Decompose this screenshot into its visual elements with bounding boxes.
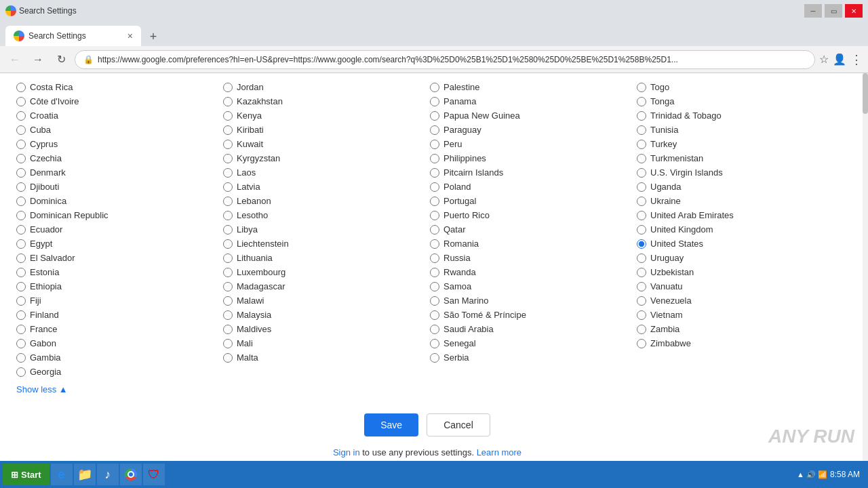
country-radio[interactable] [223, 197, 233, 206]
country-radio[interactable] [16, 140, 26, 149]
close-button[interactable]: ✕ [845, 4, 863, 18]
country-radio[interactable] [637, 325, 646, 334]
country-radio[interactable] [16, 97, 26, 106]
minimize-button[interactable]: ─ [804, 4, 822, 18]
country-radio[interactable] [637, 225, 646, 235]
close-tab-button[interactable]: × [127, 30, 133, 41]
country-radio[interactable] [637, 239, 646, 249]
country-radio[interactable] [637, 182, 646, 192]
country-radio[interactable] [430, 140, 439, 149]
menu-button[interactable]: ⋮ [850, 52, 863, 67]
country-radio[interactable] [430, 282, 439, 291]
back-button[interactable]: ← [5, 50, 24, 69]
country-radio[interactable] [16, 310, 26, 320]
learn-more-link[interactable]: Learn more [477, 447, 521, 458]
url-bar[interactable]: 🔒 https://www.google.com/preferences?hl=… [75, 50, 815, 69]
country-radio[interactable] [430, 325, 439, 334]
country-radio[interactable] [223, 325, 233, 334]
country-radio[interactable] [16, 282, 26, 291]
country-radio[interactable] [223, 296, 233, 306]
country-radio[interactable] [16, 211, 26, 220]
taskbar-chrome-icon[interactable] [120, 464, 142, 485]
country-radio[interactable] [223, 353, 233, 363]
country-radio[interactable] [637, 310, 646, 320]
cancel-button[interactable]: Cancel [427, 413, 490, 436]
country-radio[interactable] [16, 168, 26, 178]
country-radio[interactable] [430, 268, 439, 277]
country-radio[interactable] [637, 125, 646, 135]
new-tab-button[interactable]: + [144, 27, 163, 46]
profile-button[interactable]: 👤 [833, 53, 846, 66]
show-less-button[interactable]: Show less ▲ [16, 384, 68, 394]
taskbar-antivirus-icon[interactable]: 🛡 [143, 464, 165, 485]
taskbar-ie-icon[interactable]: e [51, 464, 73, 485]
country-radio[interactable] [637, 111, 646, 121]
country-radio[interactable] [223, 111, 233, 121]
start-button[interactable]: ⊞ Start [3, 464, 50, 485]
country-radio[interactable] [16, 111, 26, 121]
country-radio[interactable] [430, 111, 439, 121]
country-radio[interactable] [223, 253, 233, 263]
country-radio[interactable] [223, 97, 233, 106]
country-radio[interactable] [637, 296, 646, 306]
country-radio[interactable] [430, 182, 439, 192]
country-radio[interactable] [16, 239, 26, 249]
country-radio[interactable] [637, 168, 646, 178]
country-radio[interactable] [223, 154, 233, 163]
sign-in-link[interactable]: Sign in [333, 447, 360, 458]
country-radio[interactable] [430, 253, 439, 263]
country-radio[interactable] [16, 339, 26, 348]
country-radio[interactable] [430, 168, 439, 178]
country-radio[interactable] [430, 154, 439, 163]
taskbar-folder-icon[interactable]: 📁 [74, 464, 96, 485]
scrollbar-thumb[interactable] [863, 73, 868, 114]
country-radio[interactable] [16, 83, 26, 92]
country-radio[interactable] [637, 97, 646, 106]
country-radio[interactable] [223, 239, 233, 249]
country-radio[interactable] [223, 182, 233, 192]
country-radio[interactable] [223, 211, 233, 220]
country-radio[interactable] [223, 125, 233, 135]
country-radio[interactable] [223, 83, 233, 92]
country-radio[interactable] [637, 140, 646, 149]
country-radio[interactable] [430, 97, 439, 106]
active-tab[interactable]: Search Settings × [5, 26, 141, 46]
maximize-button[interactable]: ▭ [825, 4, 842, 18]
country-radio[interactable] [637, 197, 646, 206]
country-radio[interactable] [430, 239, 439, 249]
country-radio[interactable] [430, 353, 439, 363]
country-radio[interactable] [16, 154, 26, 163]
country-radio[interactable] [430, 296, 439, 306]
country-radio[interactable] [637, 282, 646, 291]
country-radio[interactable] [223, 282, 233, 291]
country-radio[interactable] [430, 339, 439, 348]
country-radio[interactable] [223, 168, 233, 178]
country-radio[interactable] [637, 339, 646, 348]
country-radio[interactable] [16, 182, 26, 192]
country-radio[interactable] [430, 310, 439, 320]
country-radio[interactable] [223, 140, 233, 149]
country-radio[interactable] [16, 125, 26, 135]
reload-button[interactable]: ↻ [52, 50, 71, 69]
country-radio[interactable] [637, 268, 646, 277]
country-radio[interactable] [430, 211, 439, 220]
save-button[interactable]: Save [364, 413, 418, 436]
scrollbar-track[interactable] [863, 73, 868, 461]
country-radio[interactable] [16, 225, 26, 235]
forward-button[interactable]: → [28, 50, 47, 69]
country-radio[interactable] [223, 268, 233, 277]
country-radio[interactable] [16, 296, 26, 306]
bookmark-button[interactable]: ☆ [819, 53, 829, 66]
country-radio[interactable] [637, 83, 646, 92]
country-radio[interactable] [16, 353, 26, 363]
country-radio[interactable] [223, 225, 233, 235]
country-radio[interactable] [430, 83, 439, 92]
country-radio[interactable] [16, 325, 26, 334]
country-radio[interactable] [637, 253, 646, 263]
country-radio[interactable] [223, 310, 233, 320]
country-radio[interactable] [430, 125, 439, 135]
country-radio[interactable] [16, 367, 26, 377]
country-radio[interactable] [223, 339, 233, 348]
taskbar-media-icon[interactable]: ♪ [97, 464, 119, 485]
country-radio[interactable] [16, 268, 26, 277]
